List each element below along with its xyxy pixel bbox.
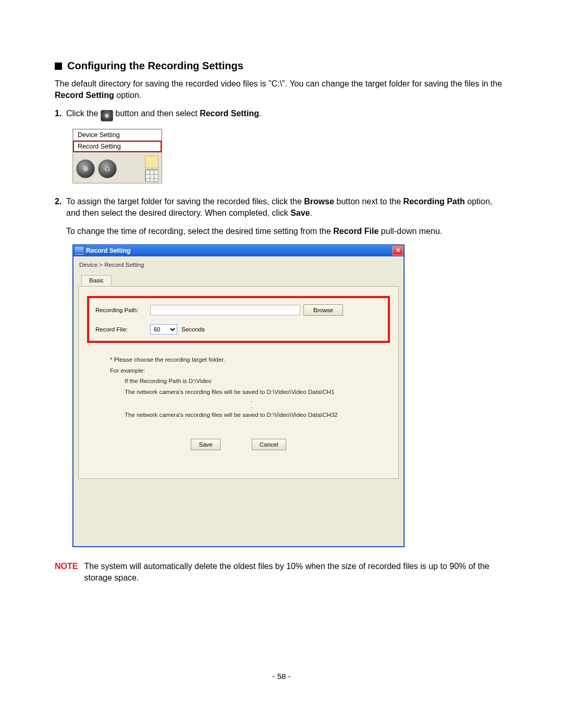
step2-b: button next to the	[334, 197, 403, 206]
bullet-icon	[55, 63, 62, 70]
recording-path-input[interactable]	[150, 305, 300, 315]
svg-point-3	[85, 168, 87, 170]
step2-a: To assign the target folder for saving t…	[66, 197, 304, 206]
step-1-body: Click the button and then select Record …	[66, 108, 508, 121]
step1-b: button and then select	[113, 109, 200, 118]
breadcrumb: Device > Record Setting	[78, 260, 399, 275]
tab-basic[interactable]: Basic	[81, 275, 112, 285]
help-l5: The network camera's recording files wil…	[110, 410, 393, 421]
window-icon	[75, 246, 83, 255]
note-label: NOTE	[55, 561, 78, 583]
tab-panel: Recording Path: Browse Record File: 60 S…	[78, 286, 399, 479]
window-title: Record Setting	[86, 247, 130, 254]
step2-line2b: pull-down menu.	[378, 227, 442, 236]
note: NOTE The system will automatically delet…	[55, 561, 508, 583]
toolbar	[73, 153, 162, 183]
step2-rp: Recording Path	[403, 197, 465, 206]
gear-icon[interactable]	[98, 159, 117, 178]
menu-item-device-setting[interactable]: Device Setting	[73, 129, 162, 141]
intro-text-a: The default directory for saving the rec…	[55, 79, 502, 88]
help-text: * Please choose the recording target fol…	[84, 352, 393, 420]
record-file-label: Record File:	[95, 326, 150, 332]
section-heading-text: Configuring the Recording Settings	[67, 60, 243, 71]
layout-grid-icon[interactable]	[145, 169, 158, 182]
step-2-body: To assign the target folder for saving t…	[66, 196, 508, 237]
step-2: 2. To assign the target folder for savin…	[55, 196, 508, 237]
help-l4: The network camera's recording files wil…	[110, 387, 393, 398]
intro-paragraph: The default directory for saving the rec…	[55, 78, 508, 101]
note-text: The system will automatically delete the…	[84, 561, 508, 583]
camera-button-icon[interactable]	[76, 159, 95, 178]
menu-screenshot: Device Setting Record Setting	[72, 129, 162, 183]
seconds-unit: Seconds	[181, 326, 205, 332]
close-icon[interactable]: ✕	[393, 246, 403, 255]
step-1-number: 1.	[55, 108, 66, 121]
camera-icon	[101, 110, 113, 121]
step2-rf: Record File	[333, 227, 378, 236]
step2-save: Save	[290, 208, 310, 217]
help-l3: If the Recording Path is D:\Video	[110, 376, 393, 387]
record-file-select[interactable]: 60	[150, 324, 177, 335]
cancel-button[interactable]: Cancel	[252, 439, 286, 450]
help-l2: For example:	[110, 365, 393, 376]
section-heading: Configuring the Recording Settings	[55, 60, 508, 72]
step2-line2a: To change the time of recording, select …	[66, 227, 333, 236]
step-2-number: 2.	[55, 196, 66, 237]
layout-single-icon[interactable]	[145, 156, 158, 168]
svg-point-1	[106, 115, 107, 116]
page-number: - 58 -	[55, 672, 508, 681]
step1-c: Record Setting	[200, 109, 259, 118]
step1-a: Click the	[66, 109, 101, 118]
intro-bold: Record Setting	[55, 91, 114, 100]
help-l1: * Please choose the recording target fol…	[110, 354, 393, 365]
save-button[interactable]: Save	[191, 439, 220, 450]
step2-d: .	[310, 208, 312, 217]
titlebar: Record Setting ✕	[73, 245, 404, 256]
recording-path-label: Recording Path:	[95, 307, 150, 313]
step-1: 1. Click the button and then select Reco…	[55, 108, 508, 121]
menu-item-record-setting[interactable]: Record Setting	[73, 141, 162, 152]
help-dots: ..	[110, 398, 393, 410]
step1-d: .	[259, 109, 261, 118]
browse-button[interactable]: Browse	[303, 304, 343, 316]
step2-browse: Browse	[304, 197, 334, 206]
highlighted-fields: Recording Path: Browse Record File: 60 S…	[87, 296, 390, 343]
intro-text-b: option.	[114, 91, 141, 100]
record-setting-window: Record Setting ✕ Device > Record Setting…	[72, 244, 405, 547]
